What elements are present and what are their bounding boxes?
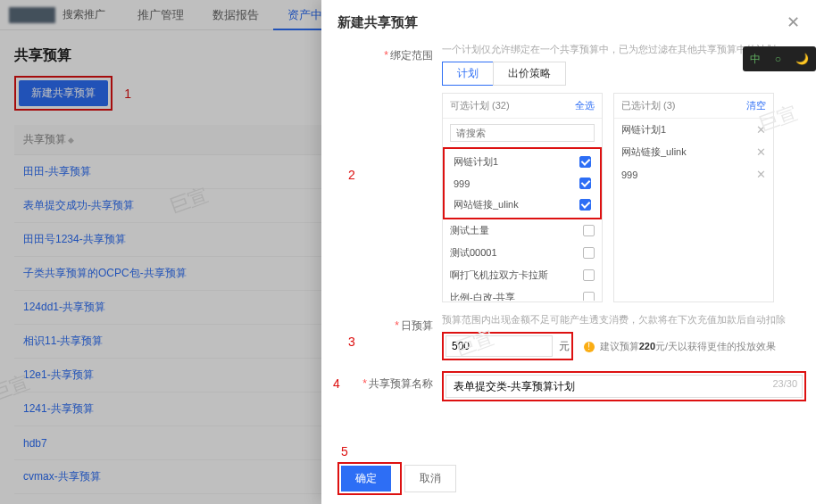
available-item[interactable]: 比例-白改-共享 [443, 286, 602, 301]
step-4-marker: 4 [333, 376, 340, 391]
available-item[interactable]: 网链计划1 [446, 151, 598, 173]
tab-bid[interactable]: 出价策略 [493, 62, 566, 86]
bind-label: 绑定范围 [390, 49, 433, 62]
checkbox[interactable] [579, 178, 591, 189]
available-item[interactable]: 测试土量 [443, 219, 602, 242]
char-counter: 23/30 [772, 378, 797, 389]
select-all-link[interactable]: 全选 [575, 99, 595, 112]
left-panel-title: 可选计划 (32) [450, 99, 510, 112]
cancel-button[interactable]: 取消 [404, 465, 456, 492]
budget-hint: 预算范围内出现金额不足可能产生透支消费，欠款将在下次充值加款后自动扣除 [442, 313, 800, 326]
available-item[interactable]: 网站链接_ulink [446, 194, 598, 216]
available-item[interactable]: 999 [446, 173, 598, 194]
float-toolbar[interactable]: 中 ○ 🌙 [743, 46, 816, 71]
remove-icon[interactable]: ✕ [756, 168, 766, 181]
create-drawer: 新建共享预算 ✕ *绑定范围 一个计划仅允许绑定在一个共享预算中，已为您过滤在其… [321, 0, 816, 504]
confirm-button[interactable]: 确定 [341, 466, 391, 492]
budget-unit: 元 [559, 340, 570, 352]
close-icon[interactable]: ✕ [787, 12, 800, 32]
selected-item: 网链计划1✕ [614, 119, 773, 141]
checkbox[interactable] [583, 292, 595, 301]
drawer-title: 新建共享预算 [337, 14, 418, 31]
step-2-marker: 2 [348, 168, 355, 182]
checkbox[interactable] [579, 199, 591, 211]
search-input[interactable] [450, 124, 595, 142]
budget-label: 日预算 [401, 319, 433, 332]
checkbox[interactable] [583, 269, 595, 281]
tool-moon-icon[interactable]: 🌙 [795, 53, 809, 65]
tab-plan[interactable]: 计划 [442, 62, 494, 86]
panel-selected: 已选计划 (3) 清空 网链计划1✕网站链接_ulink✕999✕ [613, 93, 774, 302]
tool-circle[interactable]: ○ [775, 53, 781, 65]
step-5-marker: 5 [341, 444, 463, 459]
clear-link[interactable]: 清空 [746, 99, 766, 112]
checkbox[interactable] [579, 156, 591, 168]
available-item[interactable]: 啊打飞机拉双方卡拉斯 [443, 264, 602, 286]
selected-item: 999✕ [614, 163, 773, 186]
budget-input[interactable] [445, 335, 553, 357]
right-panel-title: 已选计划 (3) [621, 99, 676, 112]
search-box [450, 124, 595, 142]
warn-icon: ! [584, 342, 595, 352]
selected-item: 网站链接_ulink✕ [614, 141, 773, 163]
remove-icon[interactable]: ✕ [756, 145, 766, 159]
remove-icon[interactable]: ✕ [756, 123, 766, 136]
tool-mid[interactable]: 中 [750, 52, 761, 67]
available-item[interactable]: 测试00001 [443, 242, 602, 264]
checkbox[interactable] [583, 225, 595, 236]
panel-available: 可选计划 (32) 全选 网链计划1999网站链接_ulink测试土量测试000… [442, 93, 603, 302]
name-input[interactable] [445, 375, 803, 398]
step-3-marker: 3 [348, 335, 355, 349]
budget-tip: ! 建议预算220元/天以获得更佳的投放效果 [584, 341, 776, 351]
checkbox[interactable] [583, 247, 595, 259]
name-label: 共享预算名称 [369, 377, 433, 390]
